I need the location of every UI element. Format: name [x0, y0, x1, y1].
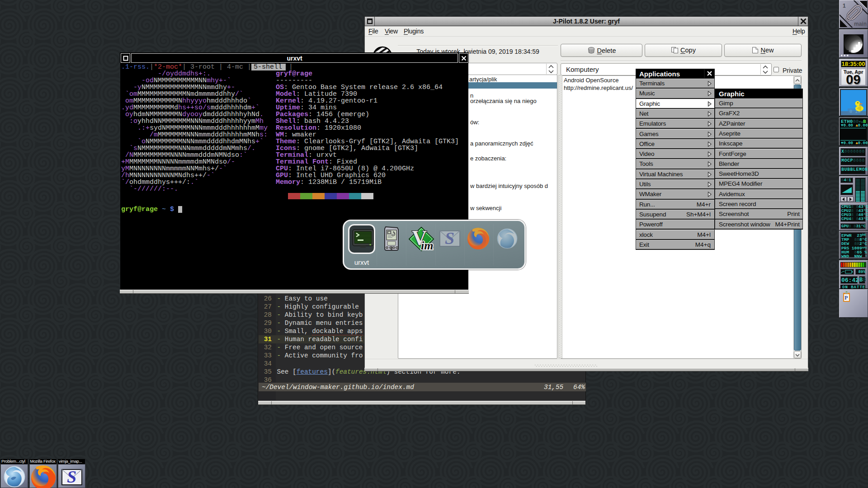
- svg-text:main: main: [854, 21, 867, 27]
- svg-text:S: S: [445, 230, 454, 247]
- svg-text:1: 1: [843, 3, 846, 9]
- svg-text:P: P: [844, 295, 848, 301]
- svg-text:im: im: [421, 239, 433, 251]
- svg-text:S: S: [67, 469, 76, 485]
